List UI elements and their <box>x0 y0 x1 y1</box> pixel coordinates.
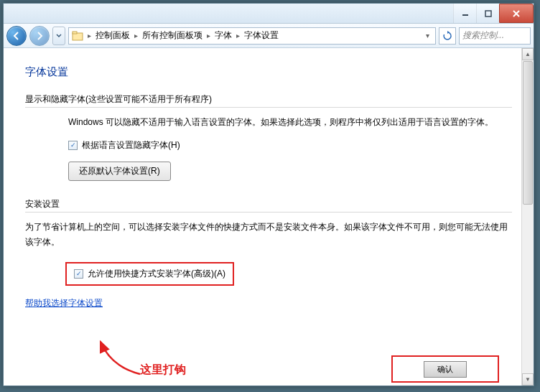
scroll-thumb[interactable] <box>523 61 533 205</box>
highlighted-checkbox-area: ✓ 允许使用快捷方式安装字体(高级)(A) <box>65 262 234 286</box>
divider <box>25 212 512 213</box>
forward-button[interactable] <box>29 26 50 46</box>
breadcrumb-item[interactable]: 字体设置 <box>241 29 281 42</box>
shortcut-install-checkbox[interactable]: ✓ <box>74 269 83 279</box>
chevron-icon: ▸ <box>86 32 93 39</box>
divider <box>25 107 512 108</box>
minimize-button[interactable] <box>453 4 476 23</box>
checkbox-label: 允许使用快捷方式安装字体(高级)(A) <box>88 268 225 280</box>
refresh-button[interactable] <box>439 27 456 45</box>
dropdown-icon[interactable]: ▾ <box>422 32 434 39</box>
section-description: Windows 可以隐藏不适用于输入语言设置的字体。如果选择此选项，则程序中将仅… <box>68 115 512 129</box>
section-description: 为了节省计算机上的空间，可以选择安装字体文件的快捷方式而不是安装文件本身。如果该… <box>25 220 512 249</box>
breadcrumb-item[interactable]: 字体 <box>212 29 235 42</box>
hide-fonts-checkbox[interactable]: ✓ <box>68 141 78 150</box>
scroll-down-button[interactable]: ▼ <box>522 373 534 386</box>
breadcrumb-item[interactable]: 控制面板 <box>93 29 133 42</box>
chevron-icon: ▸ <box>235 32 241 39</box>
highlighted-confirm-area: 确认 <box>391 355 499 383</box>
content-pane: 字体设置 显示和隐藏字体(这些设置可能不适用于所有程序) Windows 可以隐… <box>4 48 534 386</box>
history-dropdown[interactable] <box>52 27 65 45</box>
title-bar <box>4 4 534 24</box>
checkbox-row: ✓ 根据语言设置隐藏字体(H) <box>68 139 512 151</box>
confirm-button[interactable]: 确认 <box>424 361 467 378</box>
breadcrumb-item[interactable]: 所有控制面板项 <box>139 29 205 42</box>
nav-bar: ▸ 控制面板 ▸ 所有控制面板项 ▸ 字体 ▸ 字体设置 ▾ 搜索控制... <box>4 24 534 48</box>
close-button[interactable] <box>499 4 534 23</box>
restore-defaults-button[interactable]: 还原默认字体设置(R) <box>68 162 171 181</box>
section-title: 安装设置 <box>25 198 512 210</box>
breadcrumb-bar[interactable]: ▸ 控制面板 ▸ 所有控制面板项 ▸ 字体 ▸ 字体设置 ▾ <box>68 27 436 45</box>
section-title: 显示和隐藏字体(这些设置可能不适用于所有程序) <box>25 93 512 106</box>
scroll-up-button[interactable]: ▲ <box>522 48 534 60</box>
vertical-scrollbar[interactable]: ▲ ▼ <box>521 48 534 386</box>
back-button[interactable] <box>6 26 27 46</box>
page-heading: 字体设置 <box>25 65 512 79</box>
explorer-window: ▸ 控制面板 ▸ 所有控制面板项 ▸ 字体 ▸ 字体设置 ▾ 搜索控制... 字… <box>3 3 534 386</box>
svg-rect-1 <box>485 11 491 17</box>
chevron-icon: ▸ <box>205 32 212 39</box>
chevron-icon: ▸ <box>133 32 139 39</box>
search-input[interactable]: 搜索控制... <box>459 27 531 45</box>
folder-icon <box>70 29 85 42</box>
checkbox-label: 根据语言设置隐藏字体(H) <box>82 139 180 151</box>
annotation-text: 这里打钩 <box>140 363 186 378</box>
maximize-button[interactable] <box>476 4 499 23</box>
svg-rect-3 <box>73 32 77 34</box>
help-link[interactable]: 帮助我选择字体设置 <box>25 297 103 309</box>
